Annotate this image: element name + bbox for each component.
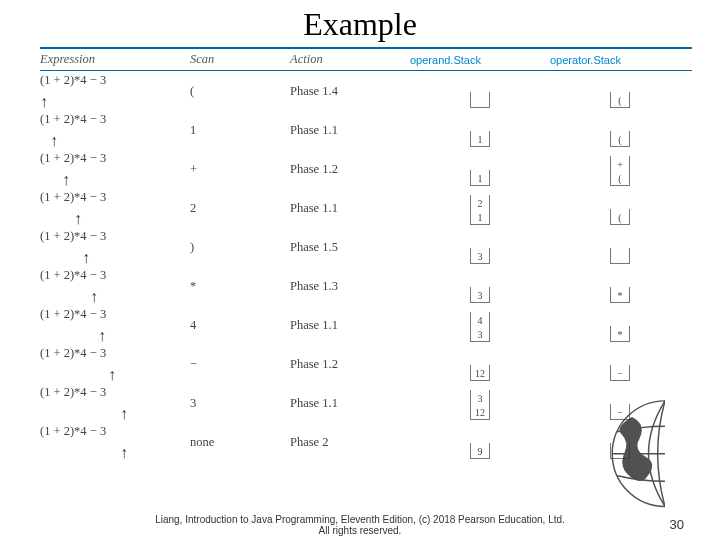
operand-stack-cell: 12	[410, 347, 550, 381]
footer-line2: All rights reserved.	[319, 525, 402, 536]
operand-stack-cell: 3	[410, 230, 550, 264]
scan-cell: 3	[190, 396, 290, 411]
scan-cell: )	[190, 240, 290, 255]
scan-arrow-icon: ↑	[108, 367, 116, 383]
stack-item: 12	[471, 366, 489, 380]
stack-icon: −	[610, 404, 630, 420]
action-cell: Phase 1.3	[290, 279, 410, 294]
stack-item: 3	[471, 288, 489, 302]
table-row: (1 + 2)*4 − 3↑*Phase 1.33*	[40, 266, 692, 305]
stack-item: 1	[471, 132, 489, 146]
scan-cell: none	[190, 435, 290, 450]
stack-item: (	[611, 210, 629, 224]
operand-stack-cell: 9	[410, 425, 550, 459]
table-row: (1 + 2)*4 − 3↑nonePhase 29	[40, 422, 692, 461]
scan-cell: −	[190, 357, 290, 372]
action-cell: Phase 2	[290, 435, 410, 450]
stack-item: 3	[471, 391, 489, 405]
operand-stack-cell: 123	[410, 386, 550, 420]
stack-icon: 123	[470, 390, 490, 420]
table-row: (1 + 2)*4 − 3↑)Phase 1.53	[40, 227, 692, 266]
scan-arrow-icon: ↑	[90, 289, 98, 305]
stack-icon: (	[610, 92, 630, 108]
action-cell: Phase 1.1	[290, 123, 410, 138]
table-row: (1 + 2)*4 − 3↑3Phase 1.1123−	[40, 383, 692, 422]
stack-item: 3	[471, 249, 489, 263]
table-row: (1 + 2)*4 − 3↑+Phase 1.21(+	[40, 149, 692, 188]
stack-icon: −	[610, 365, 630, 381]
stack-item: 2	[471, 196, 489, 210]
scan-arrow-icon: ↑	[120, 406, 128, 422]
expression-cell: (1 + 2)*4 − 3↑	[40, 269, 190, 303]
action-cell: Phase 1.2	[290, 357, 410, 372]
action-cell: Phase 1.1	[290, 201, 410, 216]
stack-icon: 12	[470, 195, 490, 225]
expression-text: (1 + 2)*4 − 3	[40, 113, 190, 126]
stack-icon: 9	[470, 443, 490, 459]
scan-cell: (	[190, 84, 290, 99]
stack-item: (	[611, 132, 629, 146]
operator-stack-cell: −	[550, 347, 690, 381]
header-expression: Expression	[40, 52, 190, 67]
stack-icon	[610, 443, 630, 459]
stack-item: 1	[471, 210, 489, 224]
stack-item: +	[611, 157, 629, 171]
footer-line1: Liang, Introduction to Java Programming,…	[155, 514, 565, 525]
table-row: (1 + 2)*4 − 3↑−Phase 1.212−	[40, 344, 692, 383]
expression-cell: (1 + 2)*4 − 3↑	[40, 191, 190, 225]
stack-icon: 12	[470, 365, 490, 381]
footer-citation: Liang, Introduction to Java Programming,…	[0, 514, 720, 536]
stack-icon	[470, 92, 490, 108]
operator-stack-cell	[550, 425, 690, 459]
scan-arrow-icon: ↑	[50, 133, 58, 149]
action-cell: Phase 1.2	[290, 162, 410, 177]
expression-cell: (1 + 2)*4 − 3↑	[40, 74, 190, 108]
expression-cell: (1 + 2)*4 − 3↑	[40, 152, 190, 186]
stack-item: *	[611, 288, 629, 302]
stack-item: 9	[471, 444, 489, 458]
operand-stack-cell: 34	[410, 308, 550, 342]
action-cell: Phase 1.5	[290, 240, 410, 255]
table-row: (1 + 2)*4 − 3↑(Phase 1.4(	[40, 71, 692, 110]
scan-cell: 2	[190, 201, 290, 216]
operator-stack-cell: (	[550, 113, 690, 147]
stack-icon: 1	[470, 170, 490, 186]
header-scan: Scan	[190, 52, 290, 67]
expression-cell: (1 + 2)*4 − 3↑	[40, 425, 190, 459]
page-number: 30	[670, 517, 684, 532]
stack-icon: (	[610, 209, 630, 225]
operand-stack-cell	[410, 74, 550, 108]
scan-arrow-icon: ↑	[40, 94, 48, 110]
operand-stack-cell: 3	[410, 269, 550, 303]
expression-cell: (1 + 2)*4 − 3↑	[40, 308, 190, 342]
header-operator-stack: operator.Stack	[550, 54, 690, 66]
action-cell: Phase 1.1	[290, 396, 410, 411]
stack-item: (	[611, 171, 629, 185]
stack-icon: (	[610, 131, 630, 147]
stack-icon: 34	[470, 312, 490, 342]
stack-item: 4	[471, 313, 489, 327]
scan-cell: +	[190, 162, 290, 177]
expression-cell: (1 + 2)*4 − 3↑	[40, 347, 190, 381]
scan-arrow-icon: ↑	[62, 172, 70, 188]
operand-stack-cell: 1	[410, 152, 550, 186]
expression-text: (1 + 2)*4 − 3	[40, 347, 190, 360]
stack-item	[611, 444, 629, 458]
operator-stack-cell: (	[550, 191, 690, 225]
expression-text: (1 + 2)*4 − 3	[40, 269, 190, 282]
stack-icon	[610, 248, 630, 264]
operand-stack-cell: 12	[410, 191, 550, 225]
expression-cell: (1 + 2)*4 − 3↑	[40, 230, 190, 264]
stack-icon: 1	[470, 131, 490, 147]
stack-item	[471, 93, 489, 107]
operator-stack-cell: *	[550, 308, 690, 342]
stack-icon: 3	[470, 248, 490, 264]
scan-arrow-icon: ↑	[98, 328, 106, 344]
operand-stack-cell: 1	[410, 113, 550, 147]
stack-item: −	[611, 405, 629, 419]
expression-text: (1 + 2)*4 − 3	[40, 191, 190, 204]
expression-text: (1 + 2)*4 − 3	[40, 74, 190, 87]
scan-arrow-icon: ↑	[82, 250, 90, 266]
header-operand-stack: operand.Stack	[410, 54, 550, 66]
stack-item	[611, 249, 629, 263]
